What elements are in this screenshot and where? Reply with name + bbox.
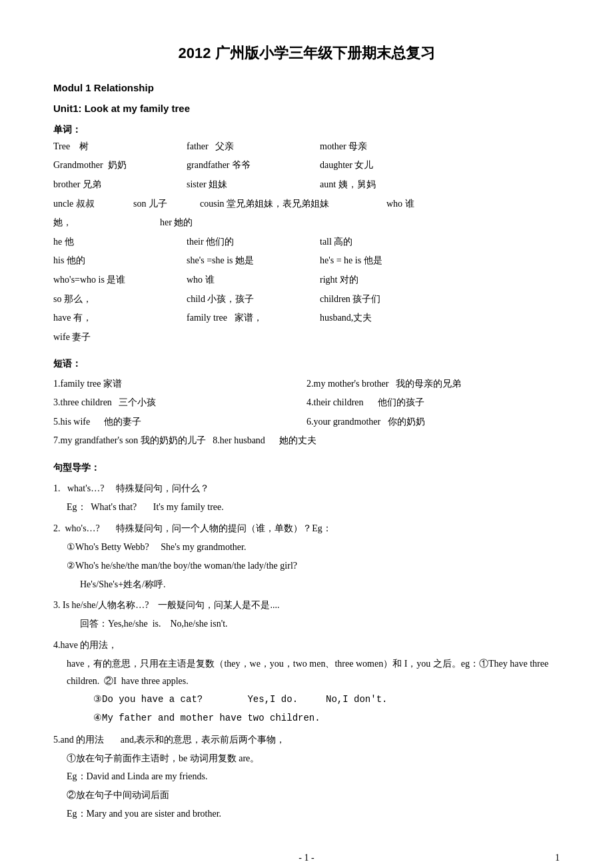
phrase-item: 7.my grandfather's son 我的奶奶的儿子 8.her hus… [53,432,560,450]
vocab-row-1: Tree 树 father 父亲 mother 母亲 [53,138,560,156]
vocab-item: his 他的 [53,252,187,270]
sentence-1: 1. what's…? 特殊疑问句，问什么？ Eg： What's that? … [53,480,560,516]
sentence-1-text: 1. what's…? 特殊疑问句，问什么？ [53,480,560,497]
phrase-item: 6.your grandmother 你的奶奶 [306,413,560,431]
sentence-4-text: 4.have 的用法， [53,637,560,654]
phrases-section: 短语： 1.family tree 家谱 2.my mother's broth… [53,355,560,450]
vocab-item: tall 高的 [320,233,453,251]
vocab-item: their 他们的 [187,233,320,251]
vocab-item: family tree 家谱， [187,309,320,327]
vocab-item: sister 姐妹 [187,176,320,194]
vocab-row-11: wife 妻子 [53,329,560,347]
vocab-row-5: 她， her 她的 [53,214,560,232]
phrase-row-2: 3.three children 三个小孩 4.their children 他… [53,394,560,412]
sentence-2-sub2: ②Who's he/she/the man/the boy/the woman/… [53,557,560,575]
vocab-row-3: brother 兄弟 sister 姐妹 aunt 姨，舅妈 [53,176,560,194]
sentence-5-eg2: Eg：Mary and you are sister and brother. [53,805,560,823]
page-number-right: 1 [391,849,560,866]
vocab-section: 单词： Tree 树 father 父亲 mother 母亲 Grandmoth… [53,121,560,347]
phrase-item: 2.my mother's brother 我的母亲的兄弟 [306,375,560,393]
vocab-row-8: who's=who is 是谁 who 谁 right 对的 [53,271,560,289]
vocab-item: mother 母亲 [320,138,453,156]
vocab-row-10: have 有， family tree 家谱， husband,丈夫 [53,309,560,327]
vocab-item: she's =she is 她是 [187,252,320,270]
phrase-item: 1.family tree 家谱 [53,375,306,393]
sentence-4-sub3: ④My father and mother have two children. [53,710,560,727]
sentence-5-text: 5.and 的用法 and,表示和的意思，表示前后两个事物， [53,731,560,749]
vocab-item: so 那么， [53,291,187,309]
sentence-5-sub1: ①放在句子前面作主语时，be 动词用复数 are。 [53,750,560,767]
sentence-4-sub1: have，有的意思，只用在主语是复数（they，we，you，two men、t… [53,655,560,690]
vocab-row-6: he 他 their 他们的 tall 高的 [53,233,560,251]
page-indicator-center: - 1 - [222,849,390,866]
vocab-item: child 小孩，孩子 [187,291,320,309]
vocab-row-4: uncle 叔叔 son 儿子 cousin 堂兄弟姐妹，表兄弟姐妹 who 谁 [53,195,560,213]
sentence-5-sub2: ②放在句子中间动词后面 [53,787,560,804]
vocab-item: right 对的 [320,271,453,289]
page-footer: - 1 - 1 [53,849,560,866]
phrase-item: 4.their children 他们的孩子 [306,394,560,412]
sentence-4-sub2: ③Do you have a cat? Yes,I do. No,I don't… [53,691,560,709]
vocab-item: wife 妻子 [53,329,91,347]
vocab-item: daughter 女儿 [320,157,453,175]
phrase-row-4: 7.my grandfather's son 我的奶奶的儿子 8.her hus… [53,432,560,450]
vocab-item: 她， [53,214,160,232]
vocab-item: brother 兄弟 [53,176,187,194]
vocab-item: who 谁 [187,271,320,289]
vocab-item: Tree 树 [53,138,187,156]
vocab-item: he's = he is 他是 [320,252,453,270]
phrase-item: 3.three children 三个小孩 [53,394,306,412]
vocab-item: have 有， [53,309,187,327]
sentence-1-eg: Eg： What's that? It's my family tree. [53,499,560,516]
vocab-row-9: so 那么， child 小孩，孩子 children 孩子们 [53,291,560,309]
sentence-2-sub1: ①Who's Betty Webb? She's my grandmother. [53,539,560,556]
phrase-row-1: 1.family tree 家谱 2.my mother's brother 我… [53,375,560,393]
sentence-2: 2. who's…? 特殊疑问句，问一个人物的提问（谁，单数）？Eg： ①Who… [53,520,560,593]
sentence-5-eg1: Eg：David and Linda are my friends. [53,768,560,785]
vocab-item: husband,丈夫 [320,309,453,327]
vocab-item: uncle 叔叔 [53,195,133,213]
vocab-item: her 她的 [160,214,193,232]
sentence-4: 4.have 的用法， have，有的意思，只用在主语是复数（they，we，y… [53,637,560,727]
vocab-row-7: his 他的 she's =she is 她是 he's = he is 他是 [53,252,560,270]
page-indicator-left [53,849,222,866]
vocab-item: cousin 堂兄弟姐妹，表兄弟姐妹 [200,195,386,213]
phrases-label: 短语： [53,355,560,372]
sentence-3-sub1: 回答：Yes,he/she is. No,he/she isn't. [53,615,560,633]
vocab-item: children 孩子们 [320,291,453,309]
sentence-2-sub3: He's/She's+姓名/称呼. [53,576,560,593]
sentence-5: 5.and 的用法 and,表示和的意思，表示前后两个事物， ①放在句子前面作主… [53,731,560,823]
sentence-3: 3. Is he/she/人物名称…? 一般疑问句，问某人是不是.... 回答：… [53,597,560,633]
vocab-label: 单词： [53,121,560,138]
sentence-3-text: 3. Is he/she/人物名称…? 一般疑问句，问某人是不是.... [53,597,560,614]
vocab-row-2: Grandmother 奶奶 grandfather 爷爷 daughter 女… [53,157,560,175]
phrase-item: 5.his wife 他的妻子 [53,413,306,431]
module-heading: Modul 1 Relationship [53,79,560,97]
vocab-item: father 父亲 [187,138,320,156]
vocab-item: grandfather 爷爷 [187,157,320,175]
vocab-item: he 他 [53,233,187,251]
sentence-2-text: 2. who's…? 特殊疑问句，问一个人物的提问（谁，单数）？Eg： [53,520,560,537]
phrase-row-3: 5.his wife 他的妻子 6.your grandmother 你的奶奶 [53,413,560,431]
unit-heading: Unit1: Look at my family tree [53,99,560,117]
vocab-item: who's=who is 是谁 [53,271,187,289]
vocab-item: son 儿子 [133,195,200,213]
sentence-section: 句型导学： 1. what's…? 特殊疑问句，问什么？ Eg： What's … [53,459,560,823]
vocab-item: aunt 姨，舅妈 [320,176,453,194]
sentence-label: 句型导学： [53,459,560,476]
vocab-item: who 谁 [386,195,414,213]
page-title: 2012 广州版小学三年级下册期末总复习 [53,40,560,67]
vocab-item: Grandmother 奶奶 [53,157,187,175]
